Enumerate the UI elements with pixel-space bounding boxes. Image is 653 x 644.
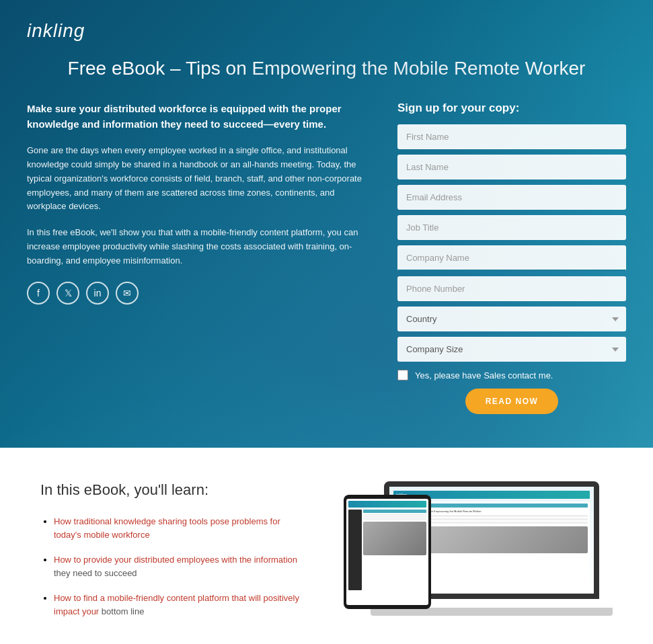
company-name-field <box>397 245 626 271</box>
tablet-title-bar <box>363 510 426 513</box>
phone-input[interactable] <box>397 276 626 301</box>
screen-line <box>424 515 588 517</box>
linkedin-icon[interactable]: in <box>86 282 109 305</box>
hero-title: Free eBook – Tips on Empowering the Mobi… <box>27 55 626 81</box>
screen-subtitle: Tips on Empowering the Mobile Remote Wor… <box>424 510 588 513</box>
screen-title-bar <box>424 504 588 508</box>
learn-link-2[interactable]: How to provide your distributed employee… <box>54 555 297 565</box>
learn-link-1[interactable]: How traditional knowledge sharing tools … <box>54 516 280 540</box>
tablet-sidebar <box>348 510 362 590</box>
read-now-button[interactable]: READ NOW <box>465 389 559 414</box>
list-item: How to provide your distributed employee… <box>54 553 303 579</box>
last-name-field <box>397 155 626 179</box>
list-item: How traditional knowledge sharing tools … <box>54 515 303 541</box>
tablet-image-block <box>363 522 426 555</box>
tablet-text-line <box>363 518 426 520</box>
learn-list: How traditional knowledge sharing tools … <box>40 515 303 618</box>
tablet-mockup <box>344 495 431 609</box>
lower-section: In this eBook, you'll learn: How traditi… <box>0 448 653 644</box>
form-title: Sign up for your copy: <box>397 102 626 115</box>
screen-line <box>424 518 588 520</box>
learn-text-3: bottom line <box>99 606 144 616</box>
twitter-icon[interactable]: 𝕏 <box>56 282 79 305</box>
tablet-header <box>348 501 426 508</box>
learn-text-2: they need to succeed <box>54 568 137 578</box>
email-icon[interactable]: ✉ <box>116 282 139 305</box>
tablet-text-line <box>363 516 426 518</box>
hero-body2: In this free eBook, we'll show you that … <box>27 226 371 268</box>
first-name-input[interactable] <box>397 124 626 149</box>
email-field <box>397 185 626 210</box>
social-icons: f 𝕏 in ✉ <box>27 282 371 305</box>
learn-title: In this eBook, you'll learn: <box>40 481 303 499</box>
hero-body1: Gone are the days when every employee wo… <box>27 144 371 214</box>
last-name-input[interactable] <box>397 155 626 179</box>
company-size-select[interactable]: Company Size 1-50 51-200 201-1000 1000+ <box>397 337 626 362</box>
sales-contact-checkbox[interactable] <box>397 370 408 380</box>
learn-section: In this eBook, you'll learn: How traditi… <box>40 481 303 630</box>
list-item: How to find a mobile-friendly content pl… <box>54 592 303 618</box>
country-select[interactable]: Country United States Canada United King… <box>397 307 626 331</box>
hero-headline: Make sure your distributed workforce is … <box>27 102 371 132</box>
job-title-field <box>397 215 626 240</box>
device-mockup: inkling Tips on Empowering the Mobile Re… <box>344 481 613 616</box>
email-input[interactable] <box>397 185 626 210</box>
facebook-icon[interactable]: f <box>27 282 50 305</box>
hero-content: Make sure your distributed workforce is … <box>27 102 626 414</box>
hero-left: Make sure your distributed workforce is … <box>27 102 371 414</box>
hero-section: inkling Free eBook – Tips on Empowering … <box>0 0 653 448</box>
logo: inkling <box>27 20 626 42</box>
screen-line <box>424 522 588 524</box>
tablet-main <box>363 510 426 590</box>
company-name-input[interactable] <box>397 245 626 271</box>
phone-field <box>397 276 626 301</box>
learn-link-3[interactable]: How to find a mobile-friendly content pl… <box>54 593 299 616</box>
company-size-dropdown-field: Company Size 1-50 51-200 201-1000 1000+ <box>397 337 626 362</box>
screen-main: Tips on Empowering the Mobile Remote Wor… <box>422 501 590 587</box>
screen-image-block <box>424 526 588 553</box>
job-title-input[interactable] <box>397 215 626 240</box>
tablet-screen <box>346 499 428 605</box>
first-name-field <box>397 124 626 149</box>
tablet-frame <box>344 495 431 609</box>
country-dropdown-field: Country United States Canada United King… <box>397 307 626 331</box>
sales-contact-row: Yes, please have Sales contact me. <box>397 370 626 380</box>
signup-form: Sign up for your copy: Countr <box>397 102 626 414</box>
tablet-text-line <box>363 514 426 516</box>
sales-contact-label: Yes, please have Sales contact me. <box>415 370 553 380</box>
tablet-content <box>348 510 426 590</box>
